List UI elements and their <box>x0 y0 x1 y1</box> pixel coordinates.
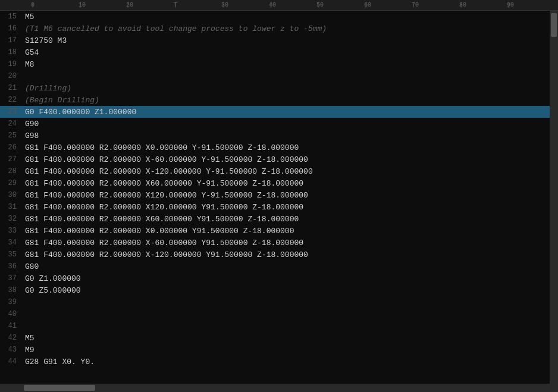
line-number: 37 <box>0 274 21 283</box>
table-row[interactable]: 39 <box>0 296 550 308</box>
table-row[interactable]: 30G81 F400.000000 R2.000000 X120.000000 … <box>0 189 550 201</box>
line-number: 41 <box>0 322 21 330</box>
line-number: 25 <box>0 131 21 140</box>
table-row[interactable]: 38G0 Z5.000000 <box>0 284 550 296</box>
line-content: (Drilling) <box>21 84 71 93</box>
table-row[interactable]: 18G54 <box>0 46 550 58</box>
line-content: G81 F400.000000 R2.000000 X-120.000000 Y… <box>21 167 313 176</box>
table-row[interactable]: 16(T1 M6 cancelled to avoid tool change … <box>0 23 550 35</box>
line-content: G81 F400.000000 R2.000000 X0.000000 Y91.… <box>21 227 294 236</box>
editor-body: 15M516(T1 M6 cancelled to avoid tool cha… <box>0 11 558 384</box>
table-row[interactable]: 20 <box>0 70 550 82</box>
line-content: G0 Z1.000000 <box>21 274 81 283</box>
table-row[interactable]: 15M5 <box>0 11 550 23</box>
ruler-ticks: 0 10 20 T 30 40 50 60 70 80 90 <box>27 2 554 8</box>
line-number: 21 <box>0 84 21 92</box>
line-content: G28 G91 X0. Y0. <box>21 357 95 366</box>
ruler-mark-90: 90 <box>507 2 554 8</box>
table-row[interactable]: 19M8 <box>0 58 550 70</box>
table-row[interactable]: 36G80 <box>0 261 550 272</box>
table-row[interactable]: 32G81 F400.000000 R2.000000 X60.000000 Y… <box>0 213 550 225</box>
line-content: S12750 M3 <box>21 36 67 45</box>
line-number: 24 <box>0 120 21 128</box>
table-row[interactable]: 27G81 F400.000000 R2.000000 X-60.000000 … <box>0 153 550 165</box>
line-number: 22 <box>0 96 21 104</box>
table-row[interactable]: 33G81 F400.000000 R2.000000 X0.000000 Y9… <box>0 225 550 237</box>
line-number: 28 <box>0 167 21 175</box>
table-row[interactable]: 17S12750 M3 <box>0 35 550 46</box>
table-row[interactable]: 28G81 F400.000000 R2.000000 X-120.000000… <box>0 165 550 177</box>
ruler-mark-20: 20 <box>126 2 174 8</box>
table-row[interactable]: 26G81 F400.000000 R2.000000 X0.000000 Y-… <box>0 142 550 153</box>
line-content: G81 F400.000000 R2.000000 X60.000000 Y91… <box>21 215 299 224</box>
line-content: G81 F400.000000 R2.000000 X60.000000 Y-9… <box>21 179 303 188</box>
lines-wrapper: 15M516(T1 M6 cancelled to avoid tool cha… <box>0 11 550 384</box>
line-area[interactable]: 15M516(T1 M6 cancelled to avoid tool cha… <box>0 11 550 384</box>
scrollbar-v-thumb[interactable] <box>551 13 557 37</box>
table-row[interactable]: 22(Begin Drilling) <box>0 94 550 106</box>
ruler-mark-70: 70 <box>412 2 459 8</box>
line-number: 29 <box>0 179 21 187</box>
ruler-mark-T: T <box>174 2 221 8</box>
line-number: 20 <box>0 72 21 80</box>
line-content: M8 <box>21 60 35 69</box>
ruler: 0 10 20 T 30 40 50 60 70 80 90 <box>0 0 558 11</box>
table-row[interactable]: 43M9 <box>0 344 550 356</box>
table-row[interactable]: 31G81 F400.000000 R2.000000 X120.000000 … <box>0 201 550 213</box>
line-number: 26 <box>0 143 21 152</box>
line-content: G81 F400.000000 R2.000000 X120.000000 Y-… <box>21 191 308 200</box>
line-content: M5 <box>21 12 35 21</box>
line-content: G98 <box>21 131 39 140</box>
line-number: 43 <box>0 346 21 354</box>
line-content: G54 <box>21 48 39 57</box>
table-row[interactable]: 21(Drilling) <box>0 82 550 94</box>
line-content: G80 <box>21 262 39 271</box>
line-number: 30 <box>0 191 21 199</box>
line-number: 16 <box>0 24 21 33</box>
code-editor: 0 10 20 T 30 40 50 60 70 80 90 15M516(T1… <box>0 0 558 392</box>
table-row[interactable]: 41 <box>0 320 550 332</box>
line-content: M5 <box>21 334 35 343</box>
table-row[interactable]: 23G0 F400.000000 Z1.000000 <box>0 106 550 118</box>
ruler-mark-40: 40 <box>269 2 316 8</box>
line-number: 23 <box>0 108 21 116</box>
line-content: G81 F400.000000 R2.000000 X120.000000 Y9… <box>21 203 303 212</box>
table-row[interactable]: 44G28 G91 X0. Y0. <box>0 356 550 368</box>
table-row[interactable]: 40 <box>0 308 550 320</box>
table-row[interactable]: 42M5 <box>0 332 550 344</box>
line-number: 33 <box>0 227 21 235</box>
ruler-mark-30: 30 <box>221 2 269 8</box>
line-number: 40 <box>0 310 21 318</box>
line-number: 36 <box>0 262 21 271</box>
line-number: 27 <box>0 155 21 164</box>
table-row[interactable]: 24G90 <box>0 118 550 130</box>
line-number: 15 <box>0 12 21 21</box>
ruler-mark-60: 60 <box>364 2 412 8</box>
line-number: 32 <box>0 215 21 223</box>
line-number: 34 <box>0 239 21 247</box>
line-content: G81 F400.000000 R2.000000 X-60.000000 Y-… <box>21 155 308 164</box>
line-number: 18 <box>0 48 21 57</box>
line-content: G0 F400.000000 Z1.000000 <box>21 108 136 117</box>
line-content: G0 Z5.000000 <box>21 286 81 295</box>
line-number: 31 <box>0 203 21 211</box>
line-number: 44 <box>0 357 21 366</box>
line-content: G81 F400.000000 R2.000000 X0.000000 Y-91… <box>21 143 299 152</box>
line-number: 35 <box>0 250 21 259</box>
horizontal-scrollbar-container[interactable] <box>0 384 558 392</box>
vertical-scrollbar[interactable] <box>550 11 558 384</box>
line-number: 17 <box>0 36 21 45</box>
table-row[interactable]: 34G81 F400.000000 R2.000000 X-60.000000 … <box>0 237 550 249</box>
table-row[interactable]: 37G0 Z1.000000 <box>0 272 550 284</box>
line-content: M9 <box>21 346 35 355</box>
scrollbar-h-thumb[interactable] <box>24 385 95 391</box>
line-number: 42 <box>0 334 21 342</box>
ruler-mark-0: 0 <box>31 2 79 8</box>
table-row[interactable]: 25G98 <box>0 130 550 142</box>
table-row[interactable]: 35G81 F400.000000 R2.000000 X-120.000000… <box>0 249 550 261</box>
line-content: G81 F400.000000 R2.000000 X-60.000000 Y9… <box>21 239 303 247</box>
table-row[interactable]: 29G81 F400.000000 R2.000000 X60.000000 Y… <box>0 177 550 189</box>
line-content: (T1 M6 cancelled to avoid tool change pr… <box>21 24 327 33</box>
line-content: G90 <box>21 120 39 128</box>
ruler-mark-80: 80 <box>459 2 507 8</box>
